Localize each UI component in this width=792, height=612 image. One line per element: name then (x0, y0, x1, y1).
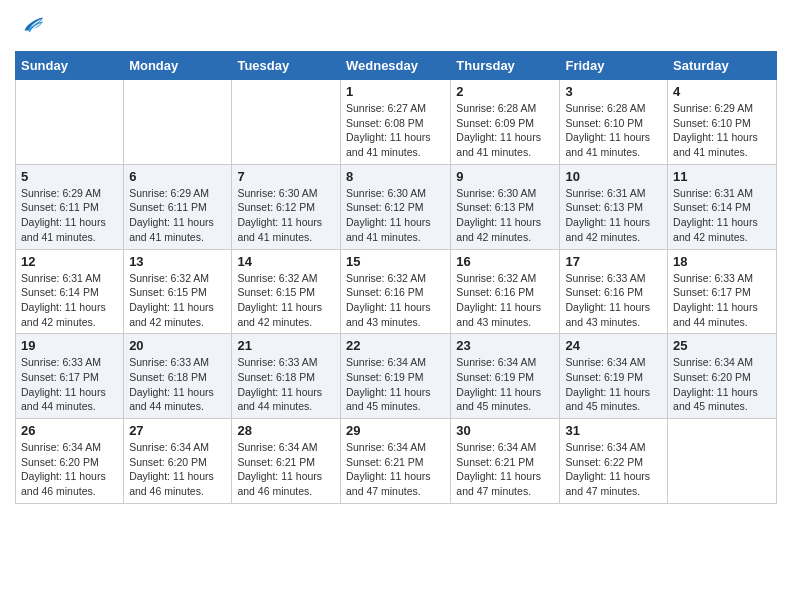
weekday-header-sunday: Sunday (16, 52, 124, 80)
day-number: 28 (237, 423, 335, 438)
day-number: 10 (565, 169, 662, 184)
weekday-header-saturday: Saturday (668, 52, 777, 80)
day-number: 20 (129, 338, 226, 353)
calendar-day-7: 7Sunrise: 6:30 AMSunset: 6:12 PMDaylight… (232, 164, 341, 249)
day-number: 18 (673, 254, 771, 269)
day-info: Sunrise: 6:34 AMSunset: 6:21 PMDaylight:… (346, 440, 445, 499)
calendar-empty-cell (16, 80, 124, 165)
day-number: 21 (237, 338, 335, 353)
day-info: Sunrise: 6:28 AMSunset: 6:09 PMDaylight:… (456, 101, 554, 160)
calendar-week-row: 1Sunrise: 6:27 AMSunset: 6:08 PMDaylight… (16, 80, 777, 165)
day-number: 9 (456, 169, 554, 184)
day-info: Sunrise: 6:34 AMSunset: 6:20 PMDaylight:… (21, 440, 118, 499)
logo-bird-icon (17, 10, 45, 38)
calendar-day-29: 29Sunrise: 6:34 AMSunset: 6:21 PMDayligh… (340, 419, 450, 504)
weekday-header-wednesday: Wednesday (340, 52, 450, 80)
weekday-header-friday: Friday (560, 52, 668, 80)
day-info: Sunrise: 6:33 AMSunset: 6:16 PMDaylight:… (565, 271, 662, 330)
calendar-day-8: 8Sunrise: 6:30 AMSunset: 6:12 PMDaylight… (340, 164, 450, 249)
calendar-day-24: 24Sunrise: 6:34 AMSunset: 6:19 PMDayligh… (560, 334, 668, 419)
day-number: 19 (21, 338, 118, 353)
day-number: 30 (456, 423, 554, 438)
day-number: 15 (346, 254, 445, 269)
day-number: 31 (565, 423, 662, 438)
day-info: Sunrise: 6:31 AMSunset: 6:14 PMDaylight:… (673, 186, 771, 245)
day-info: Sunrise: 6:34 AMSunset: 6:19 PMDaylight:… (346, 355, 445, 414)
calendar-day-20: 20Sunrise: 6:33 AMSunset: 6:18 PMDayligh… (124, 334, 232, 419)
day-number: 8 (346, 169, 445, 184)
day-info: Sunrise: 6:33 AMSunset: 6:17 PMDaylight:… (673, 271, 771, 330)
calendar-container: SundayMondayTuesdayWednesdayThursdayFrid… (0, 0, 792, 519)
weekday-header-monday: Monday (124, 52, 232, 80)
calendar-day-21: 21Sunrise: 6:33 AMSunset: 6:18 PMDayligh… (232, 334, 341, 419)
calendar-day-31: 31Sunrise: 6:34 AMSunset: 6:22 PMDayligh… (560, 419, 668, 504)
day-info: Sunrise: 6:28 AMSunset: 6:10 PMDaylight:… (565, 101, 662, 160)
calendar-day-30: 30Sunrise: 6:34 AMSunset: 6:21 PMDayligh… (451, 419, 560, 504)
calendar-day-22: 22Sunrise: 6:34 AMSunset: 6:19 PMDayligh… (340, 334, 450, 419)
calendar-day-16: 16Sunrise: 6:32 AMSunset: 6:16 PMDayligh… (451, 249, 560, 334)
day-info: Sunrise: 6:30 AMSunset: 6:12 PMDaylight:… (237, 186, 335, 245)
day-info: Sunrise: 6:34 AMSunset: 6:21 PMDaylight:… (237, 440, 335, 499)
calendar-day-4: 4Sunrise: 6:29 AMSunset: 6:10 PMDaylight… (668, 80, 777, 165)
day-number: 16 (456, 254, 554, 269)
calendar-day-17: 17Sunrise: 6:33 AMSunset: 6:16 PMDayligh… (560, 249, 668, 334)
calendar-day-2: 2Sunrise: 6:28 AMSunset: 6:09 PMDaylight… (451, 80, 560, 165)
calendar-week-row: 19Sunrise: 6:33 AMSunset: 6:17 PMDayligh… (16, 334, 777, 419)
day-number: 27 (129, 423, 226, 438)
day-number: 11 (673, 169, 771, 184)
day-info: Sunrise: 6:30 AMSunset: 6:13 PMDaylight:… (456, 186, 554, 245)
calendar-day-26: 26Sunrise: 6:34 AMSunset: 6:20 PMDayligh… (16, 419, 124, 504)
day-number: 4 (673, 84, 771, 99)
day-info: Sunrise: 6:34 AMSunset: 6:19 PMDaylight:… (565, 355, 662, 414)
day-info: Sunrise: 6:34 AMSunset: 6:20 PMDaylight:… (673, 355, 771, 414)
day-info: Sunrise: 6:29 AMSunset: 6:10 PMDaylight:… (673, 101, 771, 160)
day-number: 6 (129, 169, 226, 184)
calendar-empty-cell (232, 80, 341, 165)
calendar-empty-cell (668, 419, 777, 504)
calendar-day-5: 5Sunrise: 6:29 AMSunset: 6:11 PMDaylight… (16, 164, 124, 249)
calendar-day-1: 1Sunrise: 6:27 AMSunset: 6:08 PMDaylight… (340, 80, 450, 165)
day-info: Sunrise: 6:32 AMSunset: 6:15 PMDaylight:… (237, 271, 335, 330)
day-info: Sunrise: 6:29 AMSunset: 6:11 PMDaylight:… (21, 186, 118, 245)
calendar-day-9: 9Sunrise: 6:30 AMSunset: 6:13 PMDaylight… (451, 164, 560, 249)
day-info: Sunrise: 6:33 AMSunset: 6:17 PMDaylight:… (21, 355, 118, 414)
calendar-day-6: 6Sunrise: 6:29 AMSunset: 6:11 PMDaylight… (124, 164, 232, 249)
calendar-day-3: 3Sunrise: 6:28 AMSunset: 6:10 PMDaylight… (560, 80, 668, 165)
day-info: Sunrise: 6:27 AMSunset: 6:08 PMDaylight:… (346, 101, 445, 160)
calendar-day-23: 23Sunrise: 6:34 AMSunset: 6:19 PMDayligh… (451, 334, 560, 419)
calendar-day-11: 11Sunrise: 6:31 AMSunset: 6:14 PMDayligh… (668, 164, 777, 249)
calendar-table: SundayMondayTuesdayWednesdayThursdayFrid… (15, 51, 777, 504)
day-info: Sunrise: 6:31 AMSunset: 6:14 PMDaylight:… (21, 271, 118, 330)
day-info: Sunrise: 6:33 AMSunset: 6:18 PMDaylight:… (237, 355, 335, 414)
calendar-day-28: 28Sunrise: 6:34 AMSunset: 6:21 PMDayligh… (232, 419, 341, 504)
weekday-header-row: SundayMondayTuesdayWednesdayThursdayFrid… (16, 52, 777, 80)
weekday-header-tuesday: Tuesday (232, 52, 341, 80)
day-info: Sunrise: 6:34 AMSunset: 6:22 PMDaylight:… (565, 440, 662, 499)
day-info: Sunrise: 6:32 AMSunset: 6:15 PMDaylight:… (129, 271, 226, 330)
calendar-day-13: 13Sunrise: 6:32 AMSunset: 6:15 PMDayligh… (124, 249, 232, 334)
day-info: Sunrise: 6:34 AMSunset: 6:20 PMDaylight:… (129, 440, 226, 499)
day-info: Sunrise: 6:34 AMSunset: 6:21 PMDaylight:… (456, 440, 554, 499)
calendar-day-10: 10Sunrise: 6:31 AMSunset: 6:13 PMDayligh… (560, 164, 668, 249)
day-info: Sunrise: 6:30 AMSunset: 6:12 PMDaylight:… (346, 186, 445, 245)
day-number: 3 (565, 84, 662, 99)
header (15, 10, 777, 43)
day-info: Sunrise: 6:31 AMSunset: 6:13 PMDaylight:… (565, 186, 662, 245)
calendar-day-18: 18Sunrise: 6:33 AMSunset: 6:17 PMDayligh… (668, 249, 777, 334)
day-number: 5 (21, 169, 118, 184)
day-number: 7 (237, 169, 335, 184)
weekday-header-thursday: Thursday (451, 52, 560, 80)
calendar-day-15: 15Sunrise: 6:32 AMSunset: 6:16 PMDayligh… (340, 249, 450, 334)
day-number: 2 (456, 84, 554, 99)
calendar-week-row: 12Sunrise: 6:31 AMSunset: 6:14 PMDayligh… (16, 249, 777, 334)
day-number: 23 (456, 338, 554, 353)
calendar-week-row: 26Sunrise: 6:34 AMSunset: 6:20 PMDayligh… (16, 419, 777, 504)
calendar-day-27: 27Sunrise: 6:34 AMSunset: 6:20 PMDayligh… (124, 419, 232, 504)
day-number: 22 (346, 338, 445, 353)
day-info: Sunrise: 6:33 AMSunset: 6:18 PMDaylight:… (129, 355, 226, 414)
day-number: 25 (673, 338, 771, 353)
day-info: Sunrise: 6:32 AMSunset: 6:16 PMDaylight:… (346, 271, 445, 330)
day-number: 26 (21, 423, 118, 438)
day-info: Sunrise: 6:29 AMSunset: 6:11 PMDaylight:… (129, 186, 226, 245)
day-number: 29 (346, 423, 445, 438)
